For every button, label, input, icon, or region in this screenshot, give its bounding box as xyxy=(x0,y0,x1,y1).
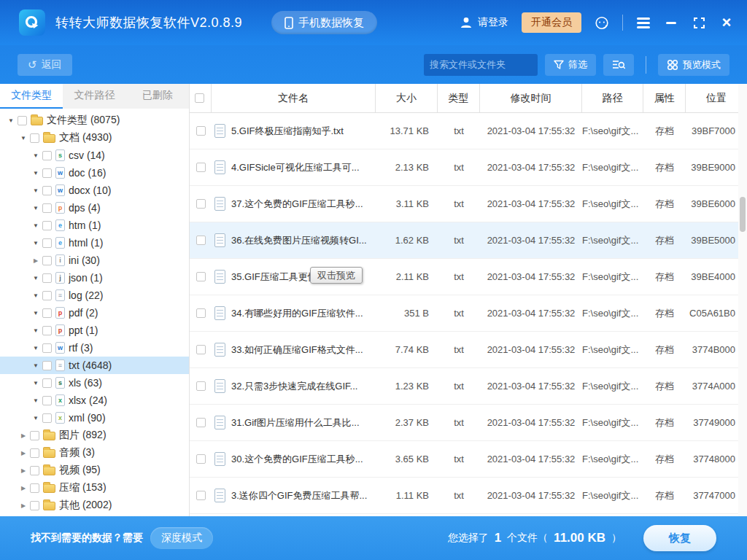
select-all-checkbox[interactable] xyxy=(195,93,204,103)
tree-item-dps[interactable]: ▼pdps (4) xyxy=(0,199,189,217)
menu-icon[interactable] xyxy=(636,15,651,30)
tree-checkbox[interactable] xyxy=(42,291,52,300)
table-row[interactable]: 37.这个免费的GIF压缩工具秒...3.11 KBtxt2021-03-04 … xyxy=(190,186,747,222)
chevron-down-icon[interactable]: ▼ xyxy=(31,222,41,229)
tree-item-其他[interactable]: ▶其他 (2002) xyxy=(0,497,189,514)
customer-service-icon[interactable] xyxy=(595,15,609,30)
tree-checkbox[interactable] xyxy=(42,186,52,195)
chevron-right-icon[interactable]: ▶ xyxy=(18,432,28,439)
tab-已删除[interactable]: 已删除 xyxy=(126,84,189,109)
chevron-down-icon[interactable]: ▼ xyxy=(31,292,41,299)
tree-checkbox[interactable] xyxy=(42,343,52,353)
tree-checkbox[interactable] xyxy=(42,308,52,318)
tree-checkbox[interactable] xyxy=(42,168,52,178)
chevron-down-icon[interactable]: ▼ xyxy=(31,345,41,351)
chevron-right-icon[interactable]: ▶ xyxy=(18,502,28,509)
row-checkbox[interactable] xyxy=(196,272,206,281)
tree-item-ini[interactable]: ▶iini (30) xyxy=(0,252,189,269)
chevron-down-icon[interactable]: ▼ xyxy=(31,275,41,281)
tree-checkbox[interactable] xyxy=(18,116,27,125)
tree-item-文件类型[interactable]: ▼文件类型 (8075) xyxy=(0,112,189,129)
tree-checkbox[interactable] xyxy=(42,256,52,265)
filter-button[interactable]: 筛选 xyxy=(545,54,596,76)
tree-item-docx[interactable]: ▼wdocx (10) xyxy=(0,182,189,199)
table-row[interactable]: 3.送你四个GIF免费压缩工具帮...1.11 KBtxt2021-03-04 … xyxy=(190,478,747,514)
tree-item-音频[interactable]: ▶音频 (3) xyxy=(0,444,189,462)
row-checkbox[interactable] xyxy=(196,491,206,500)
tab-文件类型[interactable]: 文件类型 xyxy=(0,84,63,109)
scrollbar-thumb[interactable] xyxy=(740,197,746,232)
deep-mode-button[interactable]: 深度模式 xyxy=(150,527,213,549)
tree-checkbox[interactable] xyxy=(30,501,39,510)
preview-mode-button[interactable]: 预览模式 xyxy=(658,54,729,76)
row-checkbox[interactable] xyxy=(196,163,206,172)
minimize-icon[interactable] xyxy=(664,15,678,30)
chevron-down-icon[interactable]: ▼ xyxy=(6,117,16,124)
tree-checkbox[interactable] xyxy=(30,483,39,493)
chevron-right-icon[interactable]: ▶ xyxy=(18,485,28,491)
chevron-down-icon[interactable]: ▼ xyxy=(31,170,41,176)
chevron-down-icon[interactable]: ▼ xyxy=(31,415,41,421)
maximize-icon[interactable] xyxy=(692,15,706,30)
login-button[interactable]: 请登录 xyxy=(460,16,508,29)
tree-item-log[interactable]: ▼≡log (22) xyxy=(0,287,189,304)
table-row[interactable]: 32.只需3步快速完成在线GIF...1.23 KBtxt2021-03-04 … xyxy=(190,368,747,405)
table-row[interactable]: 33.如何正确压缩GIF格式文件...7.74 KBtxt2021-03-04 … xyxy=(190,332,747,368)
vertical-scrollbar[interactable] xyxy=(738,84,747,516)
chevron-down-icon[interactable]: ▼ xyxy=(18,135,28,141)
tree-item-ppt[interactable]: ▼pppt (1) xyxy=(0,322,189,339)
phone-recovery-button[interactable]: 手机数据恢复 xyxy=(271,11,377,34)
open-vip-button[interactable]: 开通会员 xyxy=(522,12,581,33)
chevron-down-icon[interactable]: ▼ xyxy=(31,240,41,246)
back-button[interactable]: ↺ 返回 xyxy=(18,54,72,76)
tree-checkbox[interactable] xyxy=(42,203,52,213)
tree-checkbox[interactable] xyxy=(42,273,52,283)
table-row[interactable]: 31.Gif图片压缩用什么工具比...2.37 KBtxt2021-03-04 … xyxy=(190,405,747,441)
tree-checkbox[interactable] xyxy=(42,238,52,248)
tree-item-压缩[interactable]: ▶压缩 (153) xyxy=(0,479,189,497)
search-input[interactable] xyxy=(430,59,558,70)
tree-item-htm[interactable]: ▼ehtm (1) xyxy=(0,217,189,234)
tree-checkbox[interactable] xyxy=(30,431,39,440)
search-box[interactable] xyxy=(424,54,538,76)
tree-item-pdf[interactable]: ▼ppdf (2) xyxy=(0,304,189,322)
chevron-down-icon[interactable]: ▼ xyxy=(31,327,41,334)
tree-item-图片[interactable]: ▶图片 (892) xyxy=(0,427,189,444)
row-checkbox[interactable] xyxy=(196,418,206,427)
tree-checkbox[interactable] xyxy=(42,361,52,370)
table-row[interactable]: 35.GIF压缩工具更快捷2.11 KBtxt2021-03-04 17:55:… xyxy=(190,259,747,295)
tree-item-xls[interactable]: ▼sxls (63) xyxy=(0,374,189,392)
tree-item-html[interactable]: ▼ehtml (1) xyxy=(0,234,189,252)
tree-checkbox[interactable] xyxy=(30,448,39,458)
row-checkbox[interactable] xyxy=(196,199,206,209)
table-row[interactable]: 36.在线免费图片压缩视频转GI...1.62 KBtxt2021-03-04 … xyxy=(190,222,747,259)
tree-checkbox[interactable] xyxy=(42,413,52,423)
tree-item-json[interactable]: ▼jjson (1) xyxy=(0,269,189,287)
tree-checkbox[interactable] xyxy=(42,378,52,388)
chevron-down-icon[interactable]: ▼ xyxy=(31,152,41,159)
tree-checkbox[interactable] xyxy=(42,396,52,405)
tree-item-csv[interactable]: ▼scsv (14) xyxy=(0,147,189,164)
search-in-results-button[interactable] xyxy=(603,54,634,76)
table-row[interactable]: 30.这个免费的GIF压缩工具秒...3.65 KBtxt2021-03-04 … xyxy=(190,441,747,478)
tree-item-txt[interactable]: ▼≡txt (4648) xyxy=(0,357,189,374)
tree-checkbox[interactable] xyxy=(30,133,39,143)
chevron-down-icon[interactable]: ▼ xyxy=(31,362,41,369)
tree-checkbox[interactable] xyxy=(42,151,52,160)
chevron-down-icon[interactable]: ▼ xyxy=(31,310,41,316)
row-checkbox[interactable] xyxy=(196,345,206,354)
table-row[interactable]: 5.GIF终极压缩指南知乎.txt13.71 KBtxt2021-03-04 1… xyxy=(190,113,747,149)
tree-item-视频[interactable]: ▶视频 (95) xyxy=(0,462,189,479)
chevron-down-icon[interactable]: ▼ xyxy=(31,187,41,194)
row-checkbox[interactable] xyxy=(196,454,206,464)
chevron-down-icon[interactable]: ▼ xyxy=(31,205,41,211)
recover-button[interactable]: 恢复 xyxy=(643,525,716,551)
chevron-right-icon[interactable]: ▶ xyxy=(18,450,28,456)
close-icon[interactable]: × xyxy=(719,15,734,30)
row-checkbox[interactable] xyxy=(196,381,206,391)
tree-item-doc[interactable]: ▼wdoc (16) xyxy=(0,164,189,182)
tree-checkbox[interactable] xyxy=(42,221,52,230)
tree-item-文档[interactable]: ▼文档 (4930) xyxy=(0,129,189,147)
row-checkbox[interactable] xyxy=(196,308,206,318)
chevron-right-icon[interactable]: ▶ xyxy=(18,467,28,474)
